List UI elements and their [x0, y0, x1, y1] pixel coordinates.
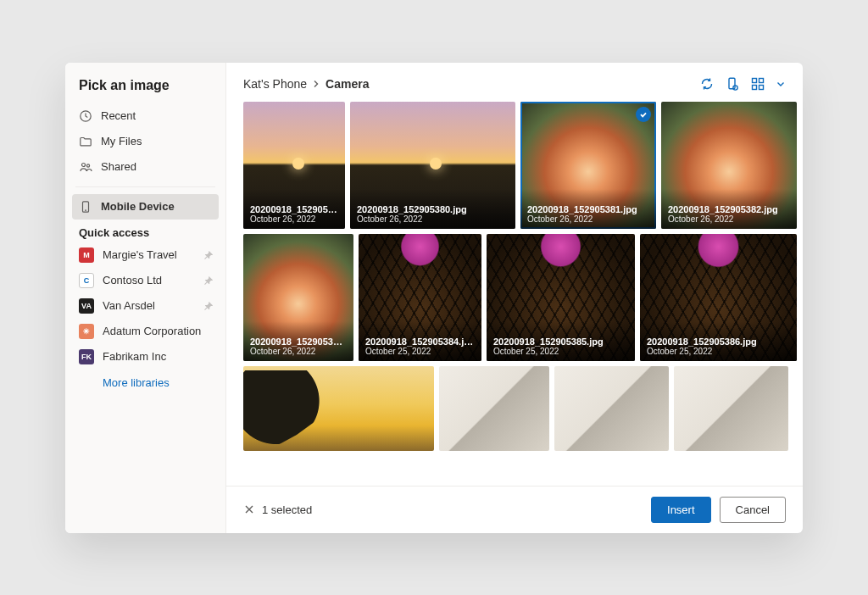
chevron-down-icon[interactable]	[776, 76, 786, 92]
image-caption: 20200918_152905384.jpgOctober 25, 2022	[359, 321, 481, 361]
thumbnail	[554, 366, 669, 451]
nav-label: Recent	[101, 109, 136, 122]
breadcrumb-current: Camera	[326, 77, 369, 91]
quick-access-label: Quick access	[72, 220, 219, 242]
image-filename: 20200918_152905380.jpg	[357, 204, 509, 214]
image-date: October 26, 2022	[527, 214, 649, 224]
thumbnail	[243, 366, 434, 451]
library-icon: C	[79, 273, 94, 288]
image-date: October 26, 2022	[250, 214, 338, 224]
chevron-right-icon	[312, 77, 320, 91]
image-date: October 26, 2022	[250, 347, 347, 356]
sidebar: Pick an image Recent My Files Shared Mob…	[65, 63, 226, 533]
svg-rect-7	[760, 78, 764, 82]
image-tile[interactable]	[243, 366, 434, 451]
svg-rect-4	[729, 78, 735, 89]
image-caption: 20200918_152905385.jpgOctober 25, 2022	[487, 321, 635, 361]
image-tile[interactable]: 20200918_152905380.jpgOctober 26, 2022	[350, 102, 515, 229]
cancel-button[interactable]: Cancel	[720, 497, 786, 523]
image-filename: 20200918_152905384.jpg	[365, 336, 475, 347]
image-tile[interactable]	[554, 366, 669, 451]
image-gallery: 20200918_152905379.jpgOctober 26, 202220…	[226, 97, 803, 486]
image-filename: 20200918_152905382.jpg	[668, 204, 790, 214]
quick-access-label: Contoso Ltd	[103, 274, 162, 286]
quick-access-label: Adatum Corporation	[103, 325, 201, 337]
clear-selection-icon[interactable]	[243, 503, 255, 515]
image-tile[interactable]: 20200918_152905381.jpgOctober 26, 2022	[520, 102, 656, 229]
main-panel: Kat's Phone Camera	[226, 63, 803, 533]
people-icon	[79, 160, 92, 174]
image-filename: 20200918_152905386.jpg	[647, 336, 790, 347]
svg-point-1	[82, 163, 86, 166]
image-date: October 26, 2022	[357, 214, 509, 224]
more-libraries-link[interactable]: More libraries	[72, 370, 219, 396]
selection-info: 1 selected	[243, 503, 312, 516]
nav-mobile-device[interactable]: Mobile Device	[72, 194, 219, 220]
image-tile[interactable]: 20200918_152905386.jpgOctober 25, 2022	[640, 234, 797, 361]
image-caption: 20200918_152905379.jpgOctober 26, 2022	[243, 189, 345, 229]
library-icon: VA	[79, 298, 94, 314]
gallery-row	[243, 366, 786, 451]
image-tile[interactable]: 20200918_152905379.jpgOctober 26, 2022	[243, 102, 345, 229]
nav-recent[interactable]: Recent	[72, 103, 219, 129]
image-caption: 20200918_152905383.jpgOctober 26, 2022	[243, 321, 353, 361]
quick-access-item[interactable]: ✳Adatum Corporation	[72, 319, 219, 344]
quick-access-item[interactable]: CContoso Ltd	[72, 268, 219, 293]
image-tile[interactable]: 20200918_152905385.jpgOctober 25, 2022	[487, 234, 635, 361]
image-filename: 20200918_152905379.jpg	[250, 204, 338, 214]
dialog-title: Pick an image	[72, 78, 219, 103]
image-tile[interactable]	[439, 366, 549, 451]
thumbnail	[674, 366, 788, 451]
insert-button[interactable]: Insert	[651, 497, 711, 523]
image-filename: 20200918_152905383.jpg	[250, 336, 347, 347]
selected-checkmark-icon	[636, 107, 651, 122]
quick-access-label: Van Arsdel	[103, 299, 155, 312]
refresh-icon[interactable]	[699, 76, 715, 92]
quick-access-item[interactable]: VAVan Arsdel	[72, 293, 219, 319]
phone-icon	[79, 200, 92, 214]
svg-point-2	[86, 164, 89, 166]
image-tile[interactable]: 20200918_152905382.jpgOctober 26, 2022	[661, 102, 797, 229]
image-date: October 25, 2022	[647, 347, 790, 356]
thumbnail	[439, 366, 549, 451]
quick-access-list: MMargie's TravelCContoso LtdVAVan Arsdel…	[72, 242, 219, 370]
pin-icon[interactable]	[203, 301, 214, 311]
image-date: October 25, 2022	[493, 347, 628, 356]
image-caption: 20200918_152905382.jpgOctober 26, 2022	[661, 189, 797, 229]
svg-rect-6	[753, 78, 757, 82]
gallery-row: 20200918_152905383.jpgOctober 26, 202220…	[243, 234, 786, 361]
nav-shared[interactable]: Shared	[72, 154, 219, 180]
image-caption: 20200918_152905380.jpgOctober 26, 2022	[350, 189, 515, 229]
nav-my-files[interactable]: My Files	[72, 129, 219, 154]
nav-label: My Files	[101, 135, 142, 147]
breadcrumb: Kat's Phone Camera	[243, 77, 699, 91]
image-caption: 20200918_152905386.jpgOctober 25, 2022	[640, 321, 797, 361]
image-tile[interactable]: 20200918_152905384.jpgOctober 25, 2022	[359, 234, 481, 361]
folder-icon	[79, 135, 92, 148]
image-date: October 25, 2022	[365, 347, 475, 356]
image-filename: 20200918_152905385.jpg	[493, 336, 628, 347]
phone-sync-icon[interactable]	[725, 76, 740, 92]
image-tile[interactable]: 20200918_152905383.jpgOctober 26, 2022	[243, 234, 353, 361]
image-picker-dialog: Pick an image Recent My Files Shared Mob…	[65, 63, 803, 533]
image-tile[interactable]	[674, 366, 788, 451]
header: Kat's Phone Camera	[226, 63, 803, 97]
footer: 1 selected Insert Cancel	[226, 486, 803, 533]
quick-access-item[interactable]: MMargie's Travel	[72, 242, 219, 268]
breadcrumb-parent[interactable]: Kat's Phone	[243, 77, 307, 91]
image-date: October 26, 2022	[668, 214, 790, 224]
quick-access-item[interactable]: FKFabrikam Inc	[72, 344, 219, 370]
pin-icon[interactable]	[203, 250, 214, 260]
quick-access-label: Margie's Travel	[103, 248, 177, 261]
pin-icon[interactable]	[203, 275, 214, 286]
selection-count: 1 selected	[262, 503, 312, 516]
header-actions	[699, 76, 786, 92]
image-filename: 20200918_152905381.jpg	[527, 204, 649, 214]
view-options-icon[interactable]	[750, 76, 765, 92]
nav-label: Shared	[101, 160, 136, 173]
library-icon: FK	[79, 349, 94, 364]
clock-icon	[79, 109, 92, 123]
library-icon: ✳	[79, 324, 94, 339]
quick-access-label: Fabrikam Inc	[103, 350, 166, 363]
svg-rect-9	[760, 85, 764, 89]
